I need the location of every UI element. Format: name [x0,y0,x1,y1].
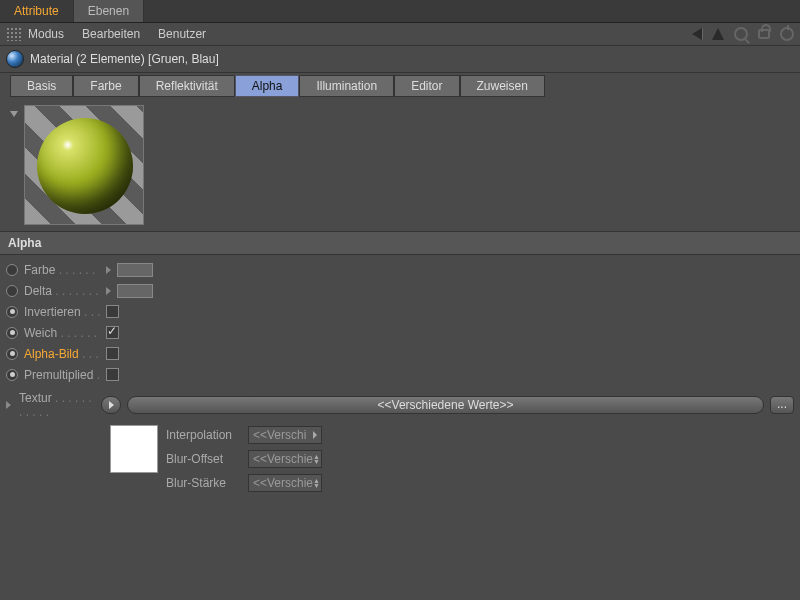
lock-icon[interactable] [758,29,770,39]
value-interpolation: <<Verschi [253,428,306,442]
check-premultiplied[interactable] [106,368,119,381]
radio-farbe[interactable] [6,264,18,276]
preview-sphere-icon [37,118,133,214]
row-weich: Weich [6,322,800,343]
preview-row [0,99,800,231]
label-blur-staerke: Blur-Stärke [166,476,248,490]
tab-attribute[interactable]: Attribute [0,0,74,22]
label-invertieren: Invertieren [24,305,100,319]
chantab-farbe[interactable]: Farbe [73,75,138,97]
grip-icon [6,27,22,41]
textur-thumbnail[interactable] [110,425,158,473]
textur-menu-button[interactable] [101,396,121,414]
menu-benutzer[interactable]: Benutzer [158,27,206,41]
chevron-right-icon [109,401,114,409]
section-header-alpha: Alpha [0,231,800,255]
label-interpolation: Interpolation [166,428,248,442]
row-invertieren: Invertieren [6,301,800,322]
value-blur-offset: <<Verschie [253,452,313,466]
radio-alpha-bild[interactable] [6,348,18,360]
chantab-basis[interactable]: Basis [10,75,73,97]
radio-invertieren[interactable] [6,306,18,318]
label-farbe: Farbe [24,263,100,277]
row-interpolation: Interpolation <<Verschi [166,425,322,445]
row-blur-staerke: Blur-Stärke <<Verschie ▲▼ [166,473,322,493]
label-blur-offset: Blur-Offset [166,452,248,466]
value-blur-staerke: <<Verschie [253,476,313,490]
swatch-delta[interactable] [117,284,153,298]
material-header: Material (2 Elemente) [Gruen, Blau] [0,46,800,73]
search-icon[interactable] [734,27,748,41]
spinner-blur-staerke[interactable]: <<Verschie ▲▼ [248,474,322,492]
check-weich[interactable] [106,326,119,339]
expand-farbe-icon[interactable] [106,266,111,274]
row-farbe: Farbe [6,259,800,280]
dropdown-interpolation[interactable]: <<Verschi [248,426,322,444]
material-title: Material (2 Elemente) [Gruen, Blau] [30,52,219,66]
stepper-arrows-icon: ▲▼ [313,478,320,488]
row-blur-offset: Blur-Offset <<Verschie ▲▼ [166,449,322,469]
chevron-down-icon [313,431,317,439]
disclose-icon[interactable] [10,111,18,117]
label-premultiplied: Premultiplied [24,368,100,382]
alpha-properties: Farbe Delta Invertieren Weich Alpha-Bild… [0,255,800,389]
channel-tabs: Basis Farbe Reflektivität Alpha Illumina… [0,73,800,99]
chantab-alpha[interactable]: Alpha [235,75,300,97]
settings-icon[interactable] [780,27,794,41]
row-alpha-bild: Alpha-Bild [6,343,800,364]
chantab-reflekt[interactable]: Reflektivität [139,75,235,97]
menu-right-icons [692,27,794,41]
label-delta: Delta [24,284,100,298]
nav-back-icon[interactable] [692,28,702,40]
disclose-textur-icon[interactable] [6,401,11,409]
tab-ebenen[interactable]: Ebenen [74,0,144,22]
textur-subprops: Interpolation <<Verschi Blur-Offset <<Ve… [0,421,800,497]
row-textur: Textur <<Verschiedene Werte>> ... [0,389,800,421]
radio-delta[interactable] [6,285,18,297]
textur-field[interactable]: <<Verschiedene Werte>> [127,396,764,414]
chantab-editor[interactable]: Editor [394,75,459,97]
textur-subcol: Interpolation <<Verschi Blur-Offset <<Ve… [166,425,322,493]
row-delta: Delta [6,280,800,301]
stepper-arrows-icon: ▲▼ [313,454,320,464]
menu-bearbeiten[interactable]: Bearbeiten [82,27,140,41]
radio-premultiplied[interactable] [6,369,18,381]
spinner-blur-offset[interactable]: <<Verschie ▲▼ [248,450,322,468]
chantab-illumination[interactable]: Illumination [299,75,394,97]
radio-weich[interactable] [6,327,18,339]
nav-up-icon[interactable] [712,28,724,40]
swatch-farbe[interactable] [117,263,153,277]
row-premultiplied: Premultiplied [6,364,800,385]
label-textur: Textur [19,391,95,419]
expand-delta-icon[interactable] [106,287,111,295]
label-weich: Weich [24,326,100,340]
material-sphere-icon [6,50,24,68]
check-invertieren[interactable] [106,305,119,318]
material-preview[interactable] [24,105,144,225]
menu-bar: Modus Bearbeiten Benutzer [0,23,800,46]
menu-modus[interactable]: Modus [28,27,64,41]
check-alpha-bild[interactable] [106,347,119,360]
textur-browse-button[interactable]: ... [770,396,794,414]
label-alpha-bild: Alpha-Bild [24,347,100,361]
top-tabs: Attribute Ebenen [0,0,800,23]
chantab-zuweisen[interactable]: Zuweisen [460,75,545,97]
